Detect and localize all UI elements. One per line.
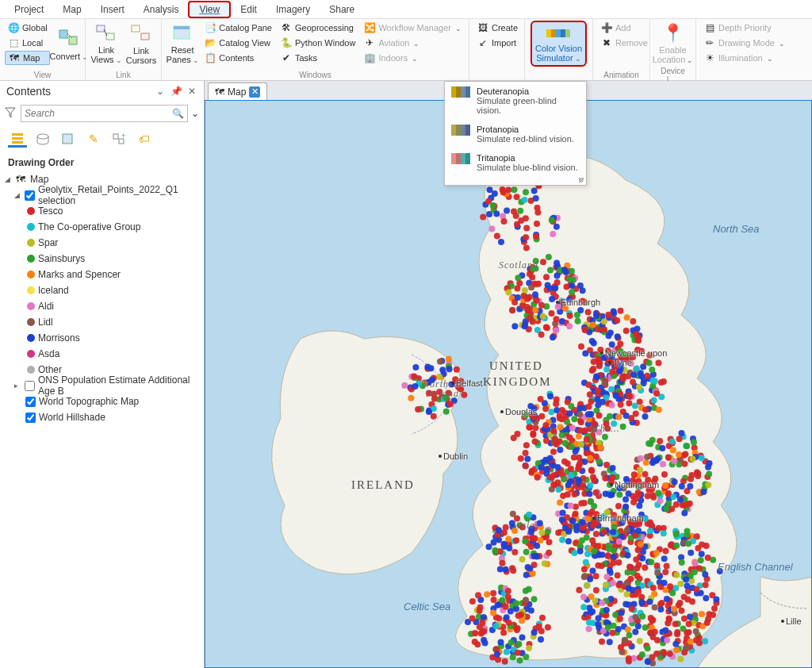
svg-point-1117 xyxy=(569,282,575,289)
filter-icon[interactable] xyxy=(5,107,17,120)
tab-snapping[interactable]: + xyxy=(109,130,128,148)
svg-point-394 xyxy=(650,585,657,591)
city-label: Newcastle upon xyxy=(605,348,667,358)
menu-project[interactable]: Project xyxy=(5,2,53,17)
link-views-button[interactable]: Link Views xyxy=(90,21,122,67)
legend-item[interactable]: Iceland xyxy=(5,282,199,298)
reset-panes-button[interactable]: Reset Panes xyxy=(167,21,198,67)
menu-map[interactable]: Map xyxy=(53,2,90,17)
svg-point-1641 xyxy=(518,217,524,224)
tree-layer[interactable]: World Hillshade xyxy=(5,409,199,425)
svg-point-550 xyxy=(602,475,608,482)
dd-deuteranopia[interactable]: DeuteranopiaSimulate green-blind vision. xyxy=(445,82,586,120)
svg-point-1105 xyxy=(524,296,530,302)
search-box[interactable]: 🔍 xyxy=(21,105,188,122)
dropdown-resize[interactable] xyxy=(445,177,586,185)
menu-edit[interactable]: Edit xyxy=(231,2,266,17)
contents-menu-icon[interactable]: ⌄ xyxy=(155,86,166,97)
layer-checkbox[interactable] xyxy=(25,381,35,391)
legend-item[interactable]: Morrisons xyxy=(5,330,199,346)
layer-checkbox[interactable] xyxy=(25,190,35,201)
nav-global[interactable]: 🌐Global xyxy=(5,21,50,35)
legend-item[interactable]: Asda xyxy=(5,346,199,362)
search-menu-icon[interactable]: ⌄ xyxy=(191,108,199,119)
geoprocessing[interactable]: 🛠Geoprocessing xyxy=(278,21,358,35)
svg-point-914 xyxy=(649,383,656,390)
indoors[interactable]: 🏢Indoors xyxy=(361,51,464,65)
dd-tritanopia[interactable]: TritanopiaSimulate blue-blind vision. xyxy=(445,148,586,177)
anim-add[interactable]: ➕Add xyxy=(598,21,650,35)
menu-analysis[interactable]: Analysis xyxy=(134,2,189,17)
workflow-manager[interactable]: 🔀Workflow Manager xyxy=(361,21,464,35)
nav-map[interactable]: 🗺Map xyxy=(5,51,50,65)
thumb-import[interactable]: ↙Import xyxy=(474,36,520,50)
thumb-create[interactable]: 🖼Create xyxy=(474,21,520,35)
tree-layer-retail[interactable]: ◢Geolytix_Retail_Points_2022_Q1 selectio… xyxy=(5,187,199,203)
enable-location-button[interactable]: 📍 EnableLocation xyxy=(655,21,691,67)
svg-point-761 xyxy=(518,455,524,462)
svg-point-1601 xyxy=(681,510,688,516)
map-tab[interactable]: 🗺 Map ✕ xyxy=(208,83,267,100)
svg-point-248 xyxy=(673,572,680,578)
search-icon[interactable]: 🔍 xyxy=(172,108,184,119)
contents-close-icon[interactable]: ✕ xyxy=(186,86,197,97)
svg-point-1336 xyxy=(505,588,511,594)
contents-pane[interactable]: 📋Contents xyxy=(201,51,274,65)
dd-protanopia[interactable]: ProtanopiaSimulate red-blind vision. xyxy=(445,120,586,148)
anim-remove[interactable]: ✖Remove xyxy=(598,36,650,50)
tab-data-source[interactable] xyxy=(33,130,52,148)
tasks[interactable]: ✔Tasks xyxy=(278,51,358,65)
menu-view[interactable]: View xyxy=(188,1,231,18)
svg-point-777 xyxy=(553,401,559,407)
svg-point-1111 xyxy=(549,296,555,302)
map-tab-close[interactable]: ✕ xyxy=(249,86,260,98)
svg-point-1597 xyxy=(649,459,656,466)
contents-pin-icon[interactable]: 📌 xyxy=(170,86,182,97)
svg-point-1090 xyxy=(538,302,545,309)
svg-point-1602 xyxy=(672,479,678,486)
tab-drawing-order[interactable] xyxy=(8,130,27,148)
svg-point-483 xyxy=(615,503,622,509)
legend-item[interactable]: Sainsburys xyxy=(5,251,199,267)
indoors-icon: 🏢 xyxy=(363,52,376,64)
color-vision-simulator-button[interactable]: Color VisionSimulator xyxy=(530,21,587,67)
search-input[interactable] xyxy=(25,108,172,119)
drawing-mode[interactable]: ✏Drawing Mode xyxy=(701,36,787,50)
catalog-view[interactable]: 📂Catalog View xyxy=(201,36,274,50)
svg-point-408 xyxy=(653,550,660,556)
nav-local[interactable]: ⬚Local xyxy=(5,36,50,50)
svg-point-1157 xyxy=(497,566,504,572)
legend-item[interactable]: Spar xyxy=(5,235,199,251)
convert-button[interactable]: Convert xyxy=(53,21,85,67)
tab-selection[interactable] xyxy=(59,130,78,148)
tab-labeling[interactable]: 🏷 xyxy=(135,130,154,148)
layer-checkbox[interactable] xyxy=(25,413,36,423)
aviation[interactable]: ✈Aviation xyxy=(361,36,464,50)
tree-layer[interactable]: ▸ONS Population Estimate Additional Age … xyxy=(5,378,199,394)
layer-checkbox[interactable] xyxy=(25,397,36,407)
python-window[interactable]: 🐍Python Window xyxy=(278,36,358,50)
svg-point-479 xyxy=(593,531,599,537)
legend-item[interactable]: Aldi xyxy=(5,298,199,314)
link-cursors-button[interactable]: Link Cursors xyxy=(125,21,157,67)
catalog-pane[interactable]: 📑Catalog Pane xyxy=(201,21,274,35)
legend-swatch xyxy=(27,271,35,278)
illumination[interactable]: ☀Illumination xyxy=(701,51,787,65)
menu-insert[interactable]: Insert xyxy=(91,2,134,17)
legend-item[interactable]: Marks and Spencer xyxy=(5,267,199,282)
svg-point-781 xyxy=(548,409,554,415)
menu-share[interactable]: Share xyxy=(320,2,364,17)
svg-point-1643 xyxy=(480,214,486,221)
svg-point-767 xyxy=(526,424,532,431)
tab-editing[interactable]: ✎ xyxy=(84,130,103,148)
svg-rect-20 xyxy=(465,125,470,136)
depth-priority[interactable]: ▤Depth Priority xyxy=(701,21,787,35)
menu-imagery[interactable]: Imagery xyxy=(266,2,320,17)
svg-point-968 xyxy=(620,376,626,382)
svg-point-806 xyxy=(580,482,586,489)
legend-item[interactable]: The Co-operative Group xyxy=(5,219,199,235)
svg-point-1515 xyxy=(676,436,683,442)
legend-swatch xyxy=(27,350,35,358)
legend-item[interactable]: Lidl xyxy=(5,314,199,330)
svg-point-1539 xyxy=(631,471,638,478)
